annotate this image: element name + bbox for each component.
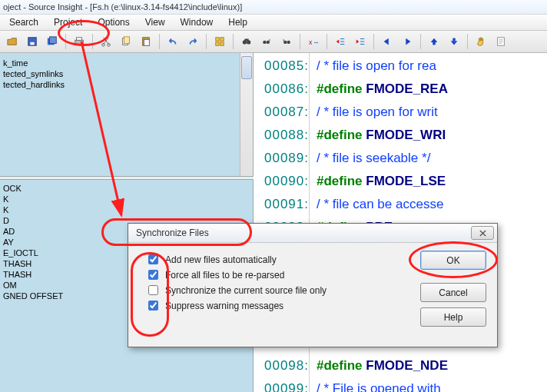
svg-rect-26 bbox=[453, 38, 456, 42]
hand-icon[interactable] bbox=[472, 32, 490, 51]
svg-point-20 bbox=[267, 41, 270, 44]
synchronize-files-dialog: Synchronize Files Add new files automati… bbox=[128, 223, 498, 347]
check-add-new-files[interactable]: Add new files automatically bbox=[145, 252, 277, 267]
line-number: 00085: bbox=[254, 55, 317, 78]
find-prev-icon[interactable] bbox=[257, 32, 276, 51]
code-line[interactable]: 00090:#define FMODE_LSE bbox=[254, 170, 547, 193]
print-icon[interactable] bbox=[70, 32, 88, 51]
code-text: #define FMODE_REA bbox=[317, 78, 448, 101]
code-text: #define FMODE_LSE bbox=[317, 170, 446, 193]
symbol-panel-top: k_timetected_symlinkstected_hardlinks bbox=[0, 53, 254, 176]
nav-back-icon[interactable] bbox=[378, 32, 396, 51]
find-next-icon[interactable] bbox=[277, 32, 296, 51]
save-all-icon[interactable] bbox=[43, 32, 61, 51]
line-number: 00098: bbox=[254, 354, 317, 377]
svg-rect-18 bbox=[244, 39, 248, 42]
svg-rect-1 bbox=[30, 42, 34, 45]
line-number: 00099: bbox=[254, 377, 317, 392]
code-text: / * file is seekable */ bbox=[317, 147, 430, 170]
list-item[interactable]: tected_symlinks bbox=[3, 68, 250, 79]
paste-icon[interactable] bbox=[137, 32, 155, 51]
code-text: / * file is open for writ bbox=[317, 101, 438, 124]
ok-button[interactable]: OK bbox=[420, 251, 486, 270]
indent-icon[interactable] bbox=[351, 32, 370, 51]
menu-help[interactable]: Help bbox=[220, 15, 255, 29]
check-sync-current-only[interactable]: Synchronize the current source file only bbox=[145, 283, 327, 297]
go-up-icon[interactable] bbox=[425, 32, 443, 51]
copy-icon[interactable] bbox=[117, 32, 135, 51]
binoculars-icon[interactable] bbox=[237, 32, 256, 51]
svg-rect-13 bbox=[220, 38, 224, 41]
save-icon[interactable] bbox=[23, 32, 41, 51]
svg-rect-5 bbox=[77, 38, 82, 41]
code-line[interactable]: 00098:#define FMODE_NDE bbox=[254, 354, 547, 377]
code-line[interactable]: 00089:/ * file is seekable */ bbox=[254, 147, 547, 170]
menu-search[interactable]: Search bbox=[2, 15, 46, 29]
line-number: 00090: bbox=[254, 170, 317, 193]
code-text: / * file is open for rea bbox=[317, 55, 436, 78]
code-text: #define FMODE_NDE bbox=[317, 354, 448, 377]
nav-fwd-icon[interactable] bbox=[398, 32, 416, 51]
redo-icon[interactable] bbox=[184, 32, 202, 51]
window-title: oject - Source Insight - [Fs.h (e:\linux… bbox=[0, 0, 547, 14]
check-label: Force all files to be re-parsed bbox=[165, 270, 284, 281]
code-line[interactable]: 00099:/ * File is opened with bbox=[254, 377, 547, 392]
list-item[interactable]: K bbox=[3, 194, 250, 204]
check-label: Synchronize the current source file only bbox=[165, 285, 327, 296]
menu-project[interactable]: Project bbox=[46, 15, 90, 29]
list-item[interactable]: k_time bbox=[3, 58, 250, 68]
svg-rect-15 bbox=[220, 42, 224, 45]
line-number: 00088: bbox=[254, 124, 317, 147]
outdent-icon[interactable] bbox=[331, 32, 350, 51]
list-item[interactable]: tected_hardlinks bbox=[3, 79, 250, 90]
line-number: 00086: bbox=[254, 78, 317, 101]
svg-rect-3 bbox=[50, 37, 57, 44]
dialog-title-text: Synchronize Files bbox=[136, 228, 209, 238]
svg-rect-14 bbox=[216, 42, 219, 45]
cut-icon[interactable] bbox=[97, 32, 115, 51]
svg-rect-4 bbox=[75, 40, 84, 44]
svg-rect-11 bbox=[144, 39, 149, 45]
scroll-thumb[interactable] bbox=[241, 56, 252, 79]
svg-point-19 bbox=[263, 41, 266, 44]
open-icon[interactable] bbox=[3, 32, 22, 51]
code-text: / * file can be accesse bbox=[317, 193, 443, 216]
checkbox[interactable] bbox=[148, 254, 158, 264]
code-line[interactable]: 00087:/ * file is open for writ bbox=[254, 101, 547, 124]
list-item[interactable]: K bbox=[3, 204, 250, 215]
menu-window[interactable]: Window bbox=[173, 15, 221, 29]
checkbox[interactable] bbox=[148, 270, 158, 280]
swap-icon[interactable]: x↔y bbox=[304, 32, 323, 51]
code-line[interactable]: 00086:#define FMODE_REA bbox=[254, 78, 547, 101]
check-force-reparse[interactable]: Force all files to be re-parsed bbox=[145, 267, 284, 282]
check-suppress-warnings[interactable]: Suppress warning messages bbox=[145, 298, 283, 313]
code-line[interactable]: 00088:#define FMODE_WRI bbox=[254, 124, 547, 147]
dialog-titlebar[interactable]: Synchronize Files bbox=[128, 224, 497, 243]
help-button[interactable]: Help bbox=[420, 307, 486, 327]
menu-bar: Search Project Options View Window Help bbox=[0, 14, 547, 31]
checkbox[interactable] bbox=[148, 285, 158, 295]
line-number: 00087: bbox=[254, 101, 317, 124]
checkbox[interactable] bbox=[148, 301, 158, 311]
go-down-icon[interactable] bbox=[445, 32, 463, 51]
list-item[interactable]: OCK bbox=[3, 183, 250, 194]
browse-icon[interactable] bbox=[211, 32, 229, 51]
page-icon[interactable] bbox=[492, 32, 510, 51]
svg-point-22 bbox=[287, 41, 290, 44]
svg-text:x: x bbox=[309, 38, 313, 46]
toolbar: x↔y bbox=[0, 31, 547, 53]
check-label: Suppress warning messages bbox=[165, 301, 283, 311]
dialog-close-button[interactable] bbox=[471, 226, 494, 240]
svg-rect-25 bbox=[433, 42, 436, 45]
svg-rect-27 bbox=[498, 38, 505, 46]
scrollbar[interactable] bbox=[240, 53, 253, 176]
code-line[interactable]: 00085:/ * file is open for rea bbox=[254, 55, 547, 78]
code-text: / * File is opened with bbox=[317, 377, 441, 392]
menu-view[interactable]: View bbox=[138, 15, 173, 29]
code-line[interactable]: 00091:/ * file can be accesse bbox=[254, 193, 547, 216]
menu-options[interactable]: Options bbox=[90, 15, 137, 29]
code-text: #define FMODE_WRI bbox=[317, 124, 446, 147]
undo-icon[interactable] bbox=[164, 32, 182, 51]
cancel-button[interactable]: Cancel bbox=[420, 283, 486, 302]
svg-rect-12 bbox=[216, 38, 219, 41]
